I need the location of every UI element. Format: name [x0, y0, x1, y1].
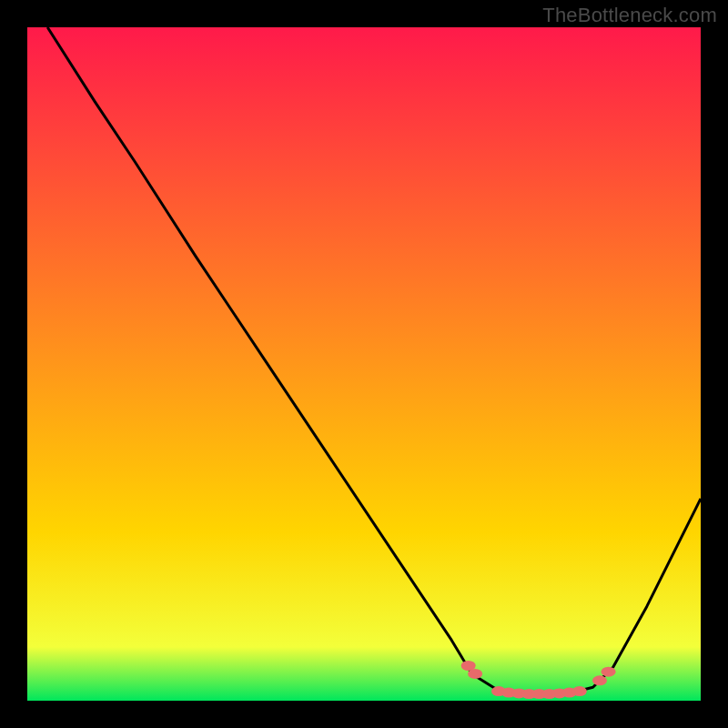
- gradient-background: [27, 27, 701, 701]
- marker-dot: [602, 667, 616, 677]
- watermark-text: TheBottleneck.com: [542, 4, 717, 27]
- plot-area: [27, 27, 701, 701]
- marker-dot: [468, 669, 482, 679]
- marker-dot: [572, 686, 587, 696]
- marker-dot: [592, 675, 607, 685]
- chart-frame: TheBottleneck.com: [0, 0, 728, 728]
- chart-svg: [27, 27, 701, 701]
